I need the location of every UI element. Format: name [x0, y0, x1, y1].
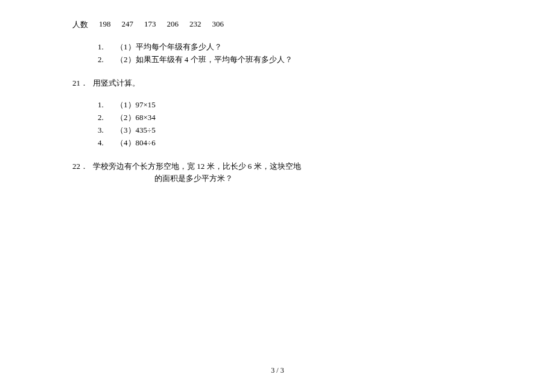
- sub-text: （2）68×34: [116, 112, 156, 124]
- sub-number: 2.: [98, 112, 110, 124]
- question-21: 21． 用竖式计算。: [72, 77, 483, 90]
- question-number: 22．: [72, 160, 88, 186]
- question-line: 的面积是多少平方米？: [93, 172, 483, 185]
- sub-text: （1）97×15: [116, 99, 156, 112]
- table-label: 人数: [72, 19, 88, 30]
- list-item: 1. （1）平均每个年级有多少人？: [98, 41, 483, 54]
- sub-number: 1.: [98, 99, 110, 112]
- question-body: 学校旁边有个长方形空地，宽 12 米，比长少 6 米，这块空地 的面积是多少平方…: [93, 160, 483, 186]
- q21-sub-questions: 1. （1）97×15 2. （2）68×34 3. （3）435÷5 4. （…: [98, 99, 483, 149]
- question-22: 22． 学校旁边有个长方形空地，宽 12 米，比长少 6 米，这块空地 的面积是…: [72, 160, 483, 186]
- table-value: 232: [189, 19, 201, 30]
- question-line: 学校旁边有个长方形空地，宽 12 米，比长少 6 米，这块空地: [93, 160, 483, 173]
- table-row: 人数 198 247 173 206 232 306: [72, 19, 483, 30]
- sub-number: 2.: [98, 54, 110, 66]
- table-value: 206: [167, 19, 179, 30]
- table-value: 306: [212, 19, 224, 30]
- question-title: 用竖式计算。: [93, 77, 483, 90]
- question-number: 21．: [72, 77, 88, 90]
- sub-number: 4.: [98, 137, 110, 150]
- q20-sub-questions: 1. （1）平均每个年级有多少人？ 2. （2）如果五年级有 4 个班，平均每个…: [98, 41, 483, 66]
- list-item: 1. （1）97×15: [98, 99, 483, 112]
- page-footer: 3 / 3: [0, 366, 555, 375]
- document-page: 人数 198 247 173 206 232 306 1. （1）平均每个年级有…: [0, 0, 555, 185]
- sub-text: （2）如果五年级有 4 个班，平均每个班有多少人？: [116, 54, 293, 66]
- list-item: 3. （3）435÷5: [98, 124, 483, 137]
- list-item: 2. （2）如果五年级有 4 个班，平均每个班有多少人？: [98, 54, 483, 66]
- list-item: 4. （4）804÷6: [98, 137, 483, 150]
- sub-text: （3）435÷5: [116, 124, 156, 137]
- sub-number: 1.: [98, 41, 110, 54]
- list-item: 2. （2）68×34: [98, 112, 483, 124]
- table-value: 247: [122, 19, 134, 30]
- sub-number: 3.: [98, 124, 110, 137]
- table-value: 198: [99, 19, 111, 30]
- table-value: 173: [144, 19, 156, 30]
- sub-text: （4）804÷6: [116, 137, 156, 150]
- sub-text: （1）平均每个年级有多少人？: [116, 41, 222, 54]
